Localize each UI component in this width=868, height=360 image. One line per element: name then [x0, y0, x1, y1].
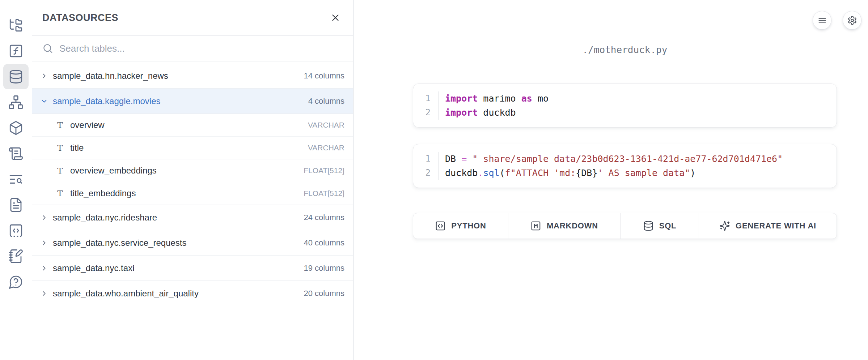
column-type: VARCHAR [308, 121, 344, 129]
sparkles-icon [719, 220, 730, 231]
code-line: 2import duckdb [413, 106, 837, 120]
table-columns-count: 19 columns [304, 263, 344, 273]
menu-button[interactable] [813, 11, 831, 30]
line-number: 2 [413, 106, 439, 120]
rail-item-packages[interactable] [3, 115, 29, 141]
add-cell-python-button[interactable]: PYTHON [413, 213, 508, 239]
search-input[interactable] [59, 43, 343, 54]
panel-header: DATASOURCES [32, 0, 353, 36]
add-cell-bar: PYTHONMARKDOWNSQLGENERATE WITH AI [413, 213, 837, 239]
rail-item-datasources[interactable] [3, 64, 29, 89]
gear-icon [847, 16, 857, 25]
datasources-panel: DATASOURCES sample_data.hn.hacker_news14… [32, 0, 353, 360]
chevron-right-icon [40, 239, 48, 247]
table-row[interactable]: sample_data.kaggle.movies4 columns [32, 89, 353, 114]
column-row[interactable]: TtitleVARCHAR [32, 137, 353, 159]
type-icon: T [55, 120, 65, 130]
line-number: 1 [413, 91, 439, 106]
table-row[interactable]: sample_data.who.ambient_air_quality20 co… [32, 281, 353, 306]
activity-bar [0, 0, 32, 360]
text-search-icon [8, 172, 24, 187]
add-cell-button-label: GENERATE WITH AI [736, 221, 816, 231]
database-icon [643, 220, 654, 231]
line-number: 2 [413, 166, 439, 180]
code-cell[interactable]: 1import marimo as mo2import duckdb [413, 83, 837, 128]
table-name: sample_data.who.ambient_air_quality [53, 288, 304, 299]
column-row[interactable]: Toverview_embeddingsFLOAT[512] [32, 159, 353, 182]
rail-item-scratchpad[interactable] [3, 218, 29, 243]
close-panel-button[interactable] [329, 11, 342, 25]
table-columns-count: 24 columns [304, 213, 344, 222]
network-icon [8, 95, 24, 110]
search-icon [42, 43, 53, 54]
table-name: sample_data.hn.hacker_news [53, 71, 304, 81]
scroll-text-icon [8, 146, 24, 161]
column-name: title [70, 143, 308, 153]
box-icon [8, 120, 24, 136]
code-text: DB = "_share/sample_data/23b0d623-1361-4… [439, 152, 783, 166]
editor-area: ./motherduck.py 1import marimo as mo2imp… [354, 0, 868, 360]
add-cell-sql-button[interactable]: SQL [621, 213, 699, 239]
add-cell-markdown-button[interactable]: MARKDOWN [508, 213, 621, 239]
tables-list: sample_data.hn.hacker_news14 columnssamp… [32, 61, 353, 306]
menu-icon [817, 16, 827, 25]
code-line: 1import marimo as mo [413, 91, 837, 106]
column-type: FLOAT[512] [304, 166, 344, 175]
rail-item-help[interactable] [3, 269, 29, 295]
code-text: duckdb.sql(f"ATTACH 'md:{DB}' AS sample_… [439, 166, 695, 180]
chevron-right-icon [40, 214, 48, 222]
table-name: sample_data.nyc.rideshare [53, 213, 304, 223]
table-columns-count: 4 columns [308, 97, 344, 106]
chevron-down-icon [40, 97, 48, 105]
table-columns-count: 20 columns [304, 289, 344, 298]
table-name: sample_data.nyc.service_requests [53, 238, 304, 248]
table-name: sample_data.nyc.taxi [53, 263, 304, 273]
rail-item-file-explorer[interactable] [3, 13, 29, 38]
code-text: import duckdb [439, 106, 516, 120]
rail-item-snippets[interactable] [3, 167, 29, 192]
notebook-filename: ./motherduck.py [413, 44, 837, 55]
code-square-icon [435, 220, 446, 231]
chat-question-icon [8, 274, 24, 290]
code-line: 1DB = "_share/sample_data/23b0d623-1361-… [413, 152, 837, 166]
rail-item-documentation[interactable] [3, 192, 29, 218]
panel-title: DATASOURCES [42, 12, 118, 23]
markdown-square-icon [530, 220, 541, 231]
table-row[interactable]: sample_data.hn.hacker_news14 columns [32, 63, 353, 89]
add-cell-button-label: PYTHON [451, 221, 486, 231]
notebook-pen-icon [8, 249, 24, 264]
table-row[interactable]: sample_data.nyc.rideshare24 columns [32, 205, 353, 230]
column-name: title_embeddings [70, 188, 304, 198]
settings-button[interactable] [843, 11, 861, 30]
add-cell-generate-with-ai-button[interactable]: GENERATE WITH AI [699, 213, 837, 239]
column-row[interactable]: Ttitle_embeddingsFLOAT[512] [32, 182, 353, 205]
header-actions [813, 11, 861, 30]
chevron-right-icon [40, 264, 48, 272]
type-icon: T [55, 189, 65, 198]
database-icon [8, 69, 24, 84]
column-name: overview [70, 120, 308, 130]
type-icon: T [55, 143, 65, 153]
table-row[interactable]: sample_data.nyc.service_requests40 colum… [32, 230, 353, 256]
column-name: overview_embeddings [70, 166, 304, 176]
code-line: 2duckdb.sql(f"ATTACH 'md:{DB}' AS sample… [413, 166, 837, 180]
table-row[interactable]: sample_data.nyc.taxi19 columns [32, 256, 353, 281]
code-text: import marimo as mo [439, 91, 549, 106]
rail-item-logs[interactable] [3, 141, 29, 166]
rail-item-dependencies[interactable] [3, 90, 29, 115]
code-cell[interactable]: 1DB = "_share/sample_data/23b0d623-1361-… [413, 144, 837, 188]
chevron-right-icon [40, 72, 48, 80]
add-cell-button-label: MARKDOWN [547, 221, 598, 231]
table-columns-count: 40 columns [304, 238, 344, 248]
search-bar [32, 36, 353, 61]
rail-item-notebook-pen[interactable] [3, 244, 29, 269]
folder-tree-icon [8, 18, 24, 33]
column-type: VARCHAR [308, 143, 344, 152]
chevron-right-icon [40, 290, 48, 297]
column-type: FLOAT[512] [304, 189, 344, 198]
rail-item-variables[interactable] [3, 38, 29, 64]
type-icon: T [55, 166, 65, 175]
table-columns-count: 14 columns [304, 71, 344, 81]
line-number: 1 [413, 152, 439, 166]
column-row[interactable]: ToverviewVARCHAR [32, 114, 353, 137]
